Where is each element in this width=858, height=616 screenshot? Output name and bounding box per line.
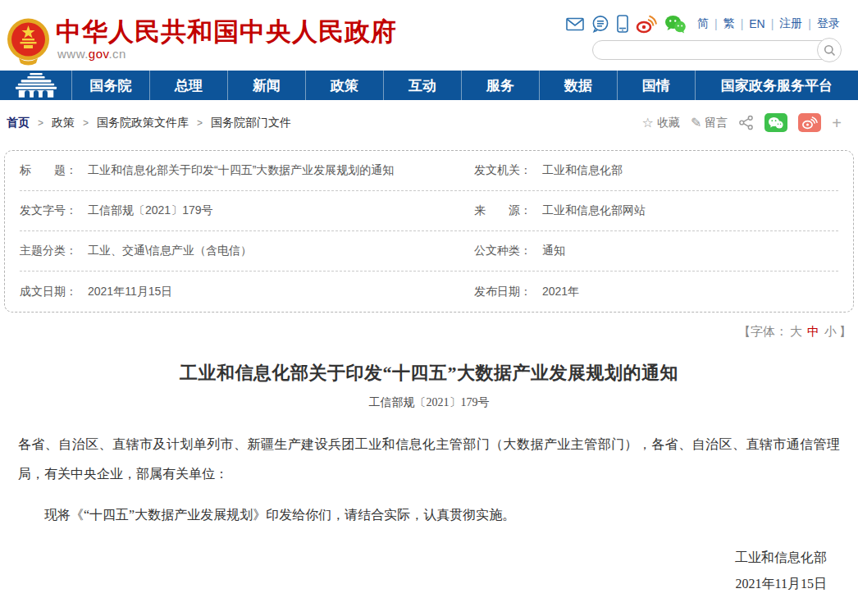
meta-value-doc-type: 通知 [542,244,565,258]
nav-item-news[interactable]: 新闻 [228,71,306,100]
separator: | [771,17,774,30]
meta-row-docnumber: 发文字号： 工信部规〔2021〕179号 来 源： 工业和信息化部网站 [20,191,838,231]
language-links: 简 | 繁 | EN | 注册 | 登录 [697,16,840,31]
wechat-share-button[interactable] [764,113,787,132]
meta-row-title: 标 题： 工业和信息化部关于印发“十四五”大数据产业发展规划的通知 发文机关： … [20,151,838,191]
mail-icon[interactable] [566,17,584,31]
site-url: www.gov.cn [57,47,126,61]
lang-traditional-link[interactable]: 繁 [723,16,735,31]
site-url-www: www. [57,47,89,61]
meta-value-doc-number: 工信部规〔2021〕179号 [88,203,213,218]
comment-bubble-icon[interactable] [591,15,609,33]
meta-label-source: 来 源： [474,203,532,218]
pencil-icon: ✎ [691,115,701,130]
fontsize-bracket-open: 【 [738,324,751,338]
share-button[interactable] [738,115,754,130]
lang-english-link[interactable]: EN [749,17,764,30]
weibo-share-button[interactable] [798,113,821,132]
document-meta-card: 标 题： 工业和信息化部关于印发“十四五”大数据产业发展规划的通知 发文机关： … [4,150,854,313]
article-doc-number: 工信部规〔2021〕179号 [18,395,840,410]
tiananmen-home-icon[interactable] [0,71,72,100]
fontsize-label: 字体： [751,324,787,338]
lang-simplified-link[interactable]: 简 [697,16,709,31]
fontsize-small-button[interactable]: 小 [824,324,837,338]
main-nav: 国务院 总理 新闻 政策 互动 服务 数据 国情 国家政务服务平台 [0,71,858,100]
breadcrumb: 首页 > 政策 > 国务院政策文件库 > 国务院部门文件 [7,116,291,130]
site-url-cn: .cn [108,47,126,61]
meta-value-publish-date: 2021年 [542,285,579,299]
breadcrumb-separator: > [83,117,89,129]
breadcrumb-policy-library[interactable]: 国务院政策文件库 [97,116,189,130]
favorite-label: 收藏 [657,116,680,130]
meta-value-issuing-agency: 工业和信息化部 [542,163,623,178]
site-header: 中华人民共和国中央人民政府 www.gov.cn [0,0,858,71]
meta-row-dates: 成文日期： 2021年11月15日 发布日期： 2021年 [20,271,838,312]
wechat-icon[interactable] [664,15,687,34]
nav-item-gov-service-platform[interactable]: 国家政务服务平台 [696,71,858,100]
meta-value-source: 工业和信息化部网站 [542,203,646,218]
signature-date: 2021年11月15日 [18,571,827,597]
weibo-icon[interactable] [636,14,657,34]
register-link[interactable]: 注册 [779,16,802,31]
nav-item-national-conditions[interactable]: 国情 [618,71,696,100]
site-title: 中华人民共和国中央人民政府 [56,15,397,49]
site-url-gov: gov [89,47,109,61]
breadcrumb-separator: > [197,117,203,129]
nav-item-services[interactable]: 服务 [462,71,540,100]
meta-label-publish-date: 发布日期： [474,285,532,299]
separator: | [741,17,744,30]
fontsize-medium-button[interactable]: 中 [807,324,819,338]
meta-label-doc-type: 公文种类： [474,244,532,258]
search-input[interactable] [592,40,840,60]
article-paragraph-body: 现将《“十四五”大数据产业发展规划》印发给你们，请结合实际，认真贯彻实施。 [18,500,840,530]
nav-item-premier[interactable]: 总理 [150,71,228,100]
fontsize-large-button[interactable]: 大 [790,324,802,338]
site-search [592,40,840,60]
login-link[interactable]: 登录 [817,16,840,31]
meta-label-written-date: 成文日期： [20,285,77,299]
breadcrumb-row: 首页 > 政策 > 国务院政策文件库 > 国务院部门文件 ☆ 收藏 ✎ 留言 [0,100,858,140]
nav-item-interaction[interactable]: 互动 [384,71,462,100]
more-tools-button[interactable]: + [832,115,842,131]
meta-value-written-date: 2021年11月15日 [88,285,172,299]
favorite-button[interactable]: ☆ 收藏 [642,115,680,130]
breadcrumb-policy[interactable]: 政策 [52,116,75,130]
message-button[interactable]: ✎ 留言 [691,115,728,130]
article-title: 工业和信息化部关于印发“十四五”大数据产业发展规划的通知 [18,361,840,386]
meta-value-title: 工业和信息化部关于印发“十四五”大数据产业发展规划的通知 [88,163,394,178]
fontsize-bracket-close: 】 [839,324,851,338]
star-icon: ☆ [642,115,654,130]
search-button[interactable] [817,38,842,62]
fontsize-bar: 【字体：大中小】 [0,313,858,340]
mobile-icon[interactable] [617,15,628,33]
signature-agency: 工业和信息化部 [18,545,827,571]
meta-label-subject-category: 主题分类： [20,244,77,258]
nav-item-policy[interactable]: 政策 [306,71,384,100]
meta-label-doc-number: 发文字号： [20,203,77,218]
message-label: 留言 [705,116,728,130]
meta-label-issuing-agency: 发文机关： [474,163,532,178]
meta-value-subject-category: 工业、交通\信息产业（含电信） [88,244,252,258]
breadcrumb-department-documents[interactable]: 国务院部门文件 [211,116,291,130]
nav-item-data[interactable]: 数据 [540,71,618,100]
meta-row-category: 主题分类： 工业、交通\信息产业（含电信） 公文种类： 通知 [20,231,838,271]
nav-item-state-council[interactable]: 国务院 [72,71,150,100]
signature-block: 工业和信息化部 2021年11月15日 [18,545,840,597]
breadcrumb-home[interactable]: 首页 [7,116,30,130]
article: 工业和信息化部关于印发“十四五”大数据产业发展规划的通知 工信部规〔2021〕1… [0,361,858,616]
breadcrumb-separator: > [38,117,43,129]
article-paragraph-recipients: 各省、自治区、直辖市及计划单列市、新疆生产建设兵团工业和信息化主管部门（大数据产… [18,430,840,489]
national-emblem-icon [7,17,50,66]
separator: | [714,17,718,30]
page-tools: ☆ 收藏 ✎ 留言 [642,113,842,132]
meta-label-title: 标 题： [20,163,77,178]
separator: | [808,17,811,30]
